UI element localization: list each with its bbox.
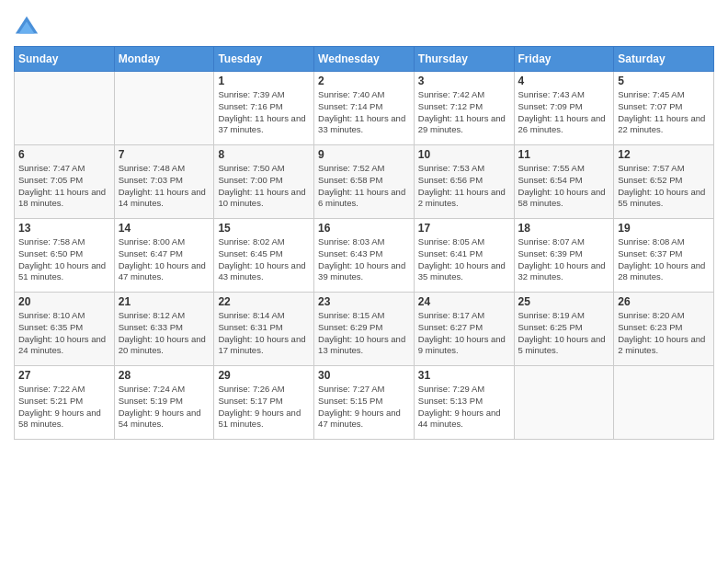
day-number: 20 <box>18 295 110 308</box>
day-cell: 31Sunrise: 7:29 AM Sunset: 5:13 PM Dayli… <box>414 366 514 440</box>
day-number: 15 <box>218 222 310 235</box>
day-info: Sunrise: 8:20 AM Sunset: 6:23 PM Dayligh… <box>618 310 710 357</box>
logo <box>14 15 43 40</box>
day-info: Sunrise: 7:24 AM Sunset: 5:19 PM Dayligh… <box>119 384 210 431</box>
day-cell: 2Sunrise: 7:40 AM Sunset: 7:14 PM Daylig… <box>314 72 415 145</box>
day-info: Sunrise: 8:15 AM Sunset: 6:29 PM Dayligh… <box>318 310 410 357</box>
day-info: Sunrise: 7:52 AM Sunset: 6:58 PM Dayligh… <box>318 163 410 210</box>
logo-icon <box>14 15 40 40</box>
day-info: Sunrise: 7:42 AM Sunset: 7:12 PM Dayligh… <box>418 89 510 136</box>
day-info: Sunrise: 7:50 AM Sunset: 7:00 PM Dayligh… <box>218 163 310 210</box>
day-cell: 12Sunrise: 7:57 AM Sunset: 6:52 PM Dayli… <box>614 145 714 219</box>
day-info: Sunrise: 7:43 AM Sunset: 7:09 PM Dayligh… <box>518 89 610 136</box>
day-cell: 6Sunrise: 7:47 AM Sunset: 7:05 PM Daylig… <box>15 145 115 219</box>
day-cell: 7Sunrise: 7:48 AM Sunset: 7:03 PM Daylig… <box>114 145 214 219</box>
header-wednesday: Wednesday <box>314 47 415 72</box>
day-number: 9 <box>318 148 410 161</box>
week-row-3: 13Sunrise: 7:58 AM Sunset: 6:50 PM Dayli… <box>15 219 714 293</box>
day-cell: 30Sunrise: 7:27 AM Sunset: 5:15 PM Dayli… <box>314 366 415 440</box>
day-number: 25 <box>518 295 610 308</box>
day-info: Sunrise: 8:08 AM Sunset: 6:37 PM Dayligh… <box>618 236 710 283</box>
week-row-1: 1Sunrise: 7:39 AM Sunset: 7:16 PM Daylig… <box>15 72 714 145</box>
day-number: 4 <box>518 75 610 87</box>
day-cell: 5Sunrise: 7:45 AM Sunset: 7:07 PM Daylig… <box>614 72 714 145</box>
day-cell: 17Sunrise: 8:05 AM Sunset: 6:41 PM Dayli… <box>414 219 514 293</box>
day-cell: 21Sunrise: 8:12 AM Sunset: 6:33 PM Dayli… <box>114 293 214 366</box>
day-info: Sunrise: 8:07 AM Sunset: 6:39 PM Dayligh… <box>518 236 610 283</box>
day-number: 11 <box>518 148 610 161</box>
header-saturday: Saturday <box>614 47 714 72</box>
day-number: 6 <box>18 148 110 161</box>
calendar-header-row: SundayMondayTuesdayWednesdayThursdayFrid… <box>15 47 714 72</box>
day-number: 28 <box>119 369 210 382</box>
day-number: 8 <box>218 148 310 161</box>
header-monday: Monday <box>114 47 214 72</box>
day-number: 12 <box>618 148 710 161</box>
day-number: 14 <box>119 222 210 235</box>
header-sunday: Sunday <box>15 47 115 72</box>
day-info: Sunrise: 7:45 AM Sunset: 7:07 PM Dayligh… <box>618 89 710 136</box>
day-number: 22 <box>218 295 310 308</box>
day-cell: 9Sunrise: 7:52 AM Sunset: 6:58 PM Daylig… <box>314 145 415 219</box>
day-cell <box>514 366 614 440</box>
day-info: Sunrise: 8:17 AM Sunset: 6:27 PM Dayligh… <box>418 310 510 357</box>
day-info: Sunrise: 7:26 AM Sunset: 5:17 PM Dayligh… <box>218 384 310 431</box>
day-number: 19 <box>618 222 710 235</box>
day-cell: 8Sunrise: 7:50 AM Sunset: 7:00 PM Daylig… <box>214 145 314 219</box>
day-info: Sunrise: 7:40 AM Sunset: 7:14 PM Dayligh… <box>318 89 410 136</box>
day-cell: 15Sunrise: 8:02 AM Sunset: 6:45 PM Dayli… <box>214 219 314 293</box>
day-number: 17 <box>418 222 510 235</box>
day-number: 21 <box>119 295 210 308</box>
calendar-table: SundayMondayTuesdayWednesdayThursdayFrid… <box>14 46 714 440</box>
day-info: Sunrise: 7:58 AM Sunset: 6:50 PM Dayligh… <box>18 236 110 283</box>
page-header <box>14 9 714 40</box>
day-cell: 4Sunrise: 7:43 AM Sunset: 7:09 PM Daylig… <box>514 72 614 145</box>
day-cell: 19Sunrise: 8:08 AM Sunset: 6:37 PM Dayli… <box>614 219 714 293</box>
day-info: Sunrise: 7:48 AM Sunset: 7:03 PM Dayligh… <box>119 163 210 210</box>
day-info: Sunrise: 7:47 AM Sunset: 7:05 PM Dayligh… <box>18 163 110 210</box>
day-cell: 27Sunrise: 7:22 AM Sunset: 5:21 PM Dayli… <box>15 366 115 440</box>
day-cell: 16Sunrise: 8:03 AM Sunset: 6:43 PM Dayli… <box>314 219 415 293</box>
day-cell <box>114 72 214 145</box>
day-info: Sunrise: 8:19 AM Sunset: 6:25 PM Dayligh… <box>518 310 610 357</box>
day-info: Sunrise: 7:27 AM Sunset: 5:15 PM Dayligh… <box>318 384 410 431</box>
day-info: Sunrise: 7:57 AM Sunset: 6:52 PM Dayligh… <box>618 163 710 210</box>
day-cell: 26Sunrise: 8:20 AM Sunset: 6:23 PM Dayli… <box>614 293 714 366</box>
day-number: 24 <box>418 295 510 308</box>
day-cell: 14Sunrise: 8:00 AM Sunset: 6:47 PM Dayli… <box>114 219 214 293</box>
day-number: 16 <box>318 222 410 235</box>
day-number: 29 <box>218 369 310 382</box>
day-cell <box>15 72 115 145</box>
day-info: Sunrise: 8:02 AM Sunset: 6:45 PM Dayligh… <box>218 236 310 283</box>
day-number: 31 <box>418 369 510 382</box>
day-cell: 18Sunrise: 8:07 AM Sunset: 6:39 PM Dayli… <box>514 219 614 293</box>
day-cell: 29Sunrise: 7:26 AM Sunset: 5:17 PM Dayli… <box>214 366 314 440</box>
day-info: Sunrise: 8:10 AM Sunset: 6:35 PM Dayligh… <box>18 310 110 357</box>
day-cell: 25Sunrise: 8:19 AM Sunset: 6:25 PM Dayli… <box>514 293 614 366</box>
day-number: 13 <box>18 222 110 235</box>
day-number: 5 <box>618 75 710 87</box>
day-number: 18 <box>518 222 610 235</box>
day-number: 30 <box>318 369 410 382</box>
day-number: 1 <box>218 75 310 87</box>
header-thursday: Thursday <box>414 47 514 72</box>
day-cell: 13Sunrise: 7:58 AM Sunset: 6:50 PM Dayli… <box>15 219 115 293</box>
day-cell: 23Sunrise: 8:15 AM Sunset: 6:29 PM Dayli… <box>314 293 415 366</box>
day-info: Sunrise: 8:00 AM Sunset: 6:47 PM Dayligh… <box>119 236 210 283</box>
day-info: Sunrise: 8:12 AM Sunset: 6:33 PM Dayligh… <box>119 310 210 357</box>
day-cell: 11Sunrise: 7:55 AM Sunset: 6:54 PM Dayli… <box>514 145 614 219</box>
day-cell: 28Sunrise: 7:24 AM Sunset: 5:19 PM Dayli… <box>114 366 214 440</box>
day-number: 3 <box>418 75 510 87</box>
day-cell: 24Sunrise: 8:17 AM Sunset: 6:27 PM Dayli… <box>414 293 514 366</box>
day-cell: 1Sunrise: 7:39 AM Sunset: 7:16 PM Daylig… <box>214 72 314 145</box>
header-friday: Friday <box>514 47 614 72</box>
day-cell: 20Sunrise: 8:10 AM Sunset: 6:35 PM Dayli… <box>15 293 115 366</box>
day-info: Sunrise: 7:29 AM Sunset: 5:13 PM Dayligh… <box>418 384 510 431</box>
week-row-4: 20Sunrise: 8:10 AM Sunset: 6:35 PM Dayli… <box>15 293 714 366</box>
day-cell: 10Sunrise: 7:53 AM Sunset: 6:56 PM Dayli… <box>414 145 514 219</box>
week-row-2: 6Sunrise: 7:47 AM Sunset: 7:05 PM Daylig… <box>15 145 714 219</box>
day-info: Sunrise: 7:39 AM Sunset: 7:16 PM Dayligh… <box>218 89 310 136</box>
day-number: 27 <box>18 369 110 382</box>
day-number: 10 <box>418 148 510 161</box>
day-cell: 3Sunrise: 7:42 AM Sunset: 7:12 PM Daylig… <box>414 72 514 145</box>
